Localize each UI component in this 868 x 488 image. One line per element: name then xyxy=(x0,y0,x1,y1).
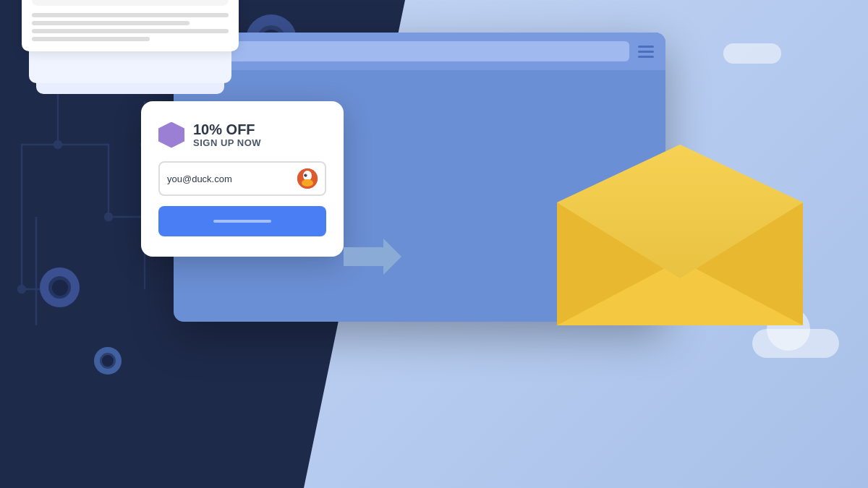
email-line-2 xyxy=(32,21,190,25)
email-line-1 xyxy=(32,13,229,17)
email-line-4 xyxy=(32,37,150,41)
envelope-svg xyxy=(550,145,810,333)
cloud-top-right xyxy=(723,43,781,64)
svg-point-7 xyxy=(305,174,306,175)
svg-point-9 xyxy=(304,179,311,184)
envelope xyxy=(550,145,810,335)
arrow-right xyxy=(344,239,401,278)
email-value: you@duck.com xyxy=(167,174,292,184)
hex-icon xyxy=(158,122,184,148)
email-paper: FROM TO YOU@DUCK.COM 3 TRACKERS REMOVED … xyxy=(22,0,239,51)
url-bar xyxy=(208,41,629,61)
hamburger-menu-icon xyxy=(638,46,654,58)
svg-marker-10 xyxy=(344,239,401,275)
button-label-placeholder xyxy=(213,220,271,223)
signup-card: 10% OFF SIGN UP NOW you@duck.com xyxy=(141,101,344,257)
burger-line-3 xyxy=(638,56,654,58)
email-line-3 xyxy=(32,29,229,33)
email-input-row[interactable]: you@duck.com xyxy=(158,161,326,196)
ddg-logo-small xyxy=(297,168,318,189)
signup-button[interactable] xyxy=(158,206,326,236)
cta-text: SIGN UP NOW xyxy=(193,137,261,148)
email-content-lines xyxy=(32,13,229,41)
burger-line-2 xyxy=(638,51,654,53)
svg-point-6 xyxy=(305,174,307,177)
burger-line-1 xyxy=(638,46,654,48)
card-header: 10% OFF SIGN UP NOW xyxy=(158,121,326,148)
browser-titlebar: <> xyxy=(174,33,665,70)
eyeball-middle xyxy=(40,267,80,307)
tracker-badge[interactable]: 3 TRACKERS REMOVED › xyxy=(32,0,229,6)
card-title-block: 10% OFF SIGN UP NOW xyxy=(193,121,261,148)
eyeball-bottom xyxy=(94,347,122,374)
discount-text: 10% OFF xyxy=(193,121,261,137)
